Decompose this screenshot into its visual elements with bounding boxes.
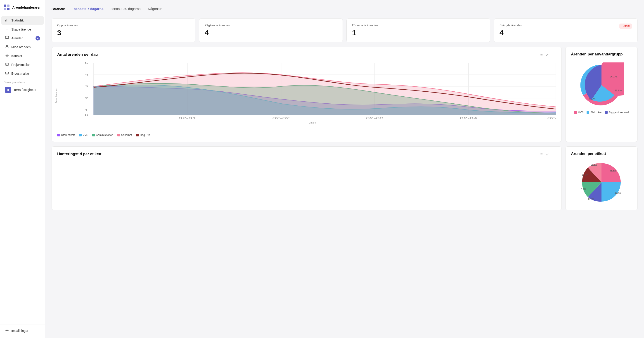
charts-row-1: Antal ärenden per dag ≡ ⤢ ⋮ Antal ärende… <box>52 47 638 142</box>
bottom-dots-icon[interactable]: ⋮ <box>552 152 556 157</box>
pie1-svg: 22.2% 55.6% 22.2% <box>579 63 624 108</box>
svg-text:22.2%: 22.2% <box>588 98 596 100</box>
stangda-header: Stängda ärenden 4 ↓ -33% <box>500 24 632 37</box>
line-chart-svg: 0 1 2 3 4 5 02-01 02-02 02-03 02-04 02-0… <box>68 61 556 119</box>
logo-icon <box>4 4 10 11</box>
sidebar: Ärendehanteraren Statistik + Skapa ärend… <box>0 0 45 338</box>
bottom-hamburger-icon[interactable]: ≡ <box>540 152 543 157</box>
org-avatar: TF <box>5 87 11 93</box>
stat-cards-row: Öppna ärenden 3 Pågående ärenden 4 Förse… <box>52 18 638 42</box>
stangda-label: Stängda ärenden <box>500 24 522 27</box>
bottom-chart-placeholder <box>57 160 556 187</box>
pie1-legend-bygg: Byggentrenonad <box>605 111 628 114</box>
tab-statistik[interactable]: Statistik <box>52 5 68 13</box>
app-name: Ärendehanteraren <box>12 6 42 9</box>
legend-dot-vvs <box>79 134 82 136</box>
svg-text:13.3%: 13.3% <box>588 198 594 200</box>
forsenade-value: 1 <box>352 29 484 37</box>
tab-30-dagar[interactable]: senaste 30 dagarna <box>107 5 144 13</box>
forsenade-label: Försenade ärenden <box>352 24 484 27</box>
line-chart-legend: Utan etikett VVS Administration Säkerhet… <box>57 134 556 137</box>
bottom-chart-header: Hanteringstid per etikett ≡ ⤢ ⋮ <box>57 152 556 157</box>
pie1-label-vvs: VVS <box>578 111 584 114</box>
pie2-area: 33.3% 26.7% 13.3% 13.3% 13.3% 13.3% <box>571 160 632 205</box>
legend-vvs: VVS <box>79 134 88 137</box>
pie-chart-1-card: Ärenden per användargrupp <box>565 47 638 142</box>
svg-text:13.3%: 13.3% <box>591 164 597 166</box>
pie1-label-elektriker: Elektriker <box>590 111 602 114</box>
chart-icon <box>5 18 9 23</box>
sidebar-label-epostmallar: E-postmallar <box>11 72 29 75</box>
down-arrow-icon: ↓ <box>621 25 623 28</box>
dots-icon[interactable]: ⋮ <box>552 52 556 57</box>
legend-hog-prio: Hög Prio <box>136 134 150 137</box>
pie1-title: Ärenden per användargrupp <box>571 52 623 57</box>
pie2-svg: 33.3% 26.7% 13.3% 13.3% 13.3% 13.3% <box>581 162 622 203</box>
channels-icon <box>5 54 9 58</box>
sidebar-label-arenden: Ärenden <box>11 37 23 40</box>
plus-icon: + <box>5 27 9 32</box>
pie1-dot-vvs <box>574 111 577 114</box>
legend-label-hog: Hög Prio <box>140 134 150 137</box>
sidebar-item-statistik[interactable]: Statistik <box>1 16 44 25</box>
legend-dot-sakerhet <box>117 134 120 136</box>
sidebar-item-epostmallar[interactable]: E-postmallar <box>1 69 44 78</box>
sidebar-item-projektmallar[interactable]: Projektmallar <box>1 60 44 69</box>
bottom-expand-icon[interactable]: ⤢ <box>546 152 549 156</box>
sidebar-item-installningar[interactable]: Inställningar <box>1 326 44 335</box>
pie1-legend: VVS Elektriker Byggentrenonad <box>574 111 628 114</box>
tab-nagonsin[interactable]: Någonsin <box>144 5 166 13</box>
sidebar-item-mina-arenden[interactable]: Mina ärenden <box>1 43 44 51</box>
sidebar-label-statistik: Statistik <box>11 19 24 22</box>
sidebar-label-projektmallar: Projektmallar <box>11 63 30 67</box>
svg-text:02-03: 02-03 <box>366 117 384 119</box>
person-icon <box>5 45 9 49</box>
sidebar-label-skapa: Skapa ärende <box>11 28 31 31</box>
legend-label-utan: Utan etikett <box>61 134 75 137</box>
svg-rect-5 <box>6 19 7 22</box>
line-chart-title: Antal ärenden per dag <box>57 52 98 57</box>
x-axis-label: Datum <box>68 121 556 124</box>
pie1-legend-vvs: VVS <box>574 111 584 114</box>
svg-rect-6 <box>8 18 8 22</box>
hamburger-icon[interactable]: ≡ <box>540 52 543 57</box>
main-content: Statistik senaste 7 dagarna senaste 30 d… <box>45 0 644 338</box>
expand-icon[interactable]: ⤢ <box>546 53 549 57</box>
pie2-header: Ärenden per etikett <box>571 152 632 156</box>
bottom-chart-icons: ≡ ⤢ ⋮ <box>540 152 556 157</box>
legend-utan-etikett: Utan etikett <box>57 134 75 137</box>
bottom-chart-card: Hanteringstid per etikett ≡ ⤢ ⋮ <box>52 146 562 210</box>
svg-rect-2 <box>4 8 6 10</box>
sidebar-org[interactable]: TF Terra fastigheter <box>1 85 44 95</box>
svg-text:1: 1 <box>85 109 89 112</box>
sidebar-item-kanaler[interactable]: Kanaler <box>1 52 44 60</box>
stat-card-pagaende: Pågående ärenden 4 <box>199 18 343 42</box>
app-logo: Ärendehanteraren <box>0 0 45 14</box>
sidebar-label-mina: Mina ärenden <box>11 45 31 49</box>
legend-label-admin: Administration <box>96 134 113 137</box>
pie1-header: Ärenden per användargrupp <box>571 52 632 57</box>
pagaende-label: Pågående ärenden <box>205 24 337 27</box>
svg-text:4: 4 <box>85 73 89 76</box>
sidebar-nav: Statistik + Skapa ärende Ärenden 4 <box>0 14 45 324</box>
sidebar-item-skapa[interactable]: + Skapa ärende <box>1 25 44 34</box>
legend-dot-admin <box>92 134 95 136</box>
svg-point-10 <box>6 54 8 57</box>
bottom-chart-title: Hanteringstid per etikett <box>57 152 102 156</box>
svg-rect-11 <box>6 63 8 66</box>
legend-sakerhet: Säkerhet <box>117 134 132 137</box>
svg-text:02-01: 02-01 <box>178 117 196 119</box>
svg-text:02-04: 02-04 <box>460 117 477 119</box>
svg-rect-4 <box>6 20 6 22</box>
svg-text:0: 0 <box>85 114 89 117</box>
legend-dot-hog <box>136 134 139 136</box>
stangda-value: 4 <box>500 29 522 37</box>
svg-text:02-05: 02-05 <box>547 117 556 119</box>
sidebar-item-arenden[interactable]: Ärenden 4 <box>1 34 44 43</box>
svg-rect-7 <box>6 36 8 39</box>
svg-text:55.6%: 55.6% <box>614 89 622 92</box>
svg-text:2: 2 <box>85 97 89 100</box>
tab-7-dagar[interactable]: senaste 7 dagarna <box>70 5 107 13</box>
y-axis-label: Antal ärenden <box>55 88 58 104</box>
svg-point-8 <box>6 45 8 47</box>
